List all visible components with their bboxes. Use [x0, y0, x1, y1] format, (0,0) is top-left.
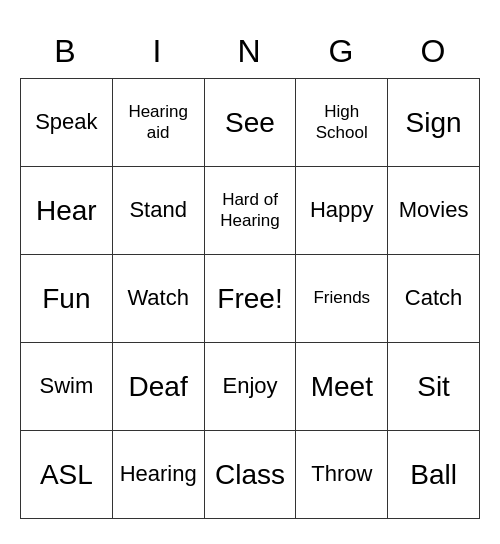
grid-cell: Friends — [296, 255, 388, 343]
grid-cell: High School — [296, 79, 388, 167]
grid-row: ASLHearingClassThrowBall — [21, 431, 480, 519]
cell-label: Hard of Hearing — [220, 190, 280, 229]
bingo-header: BINGO — [20, 25, 480, 78]
header-letter: I — [112, 25, 204, 78]
header-letter: B — [20, 25, 112, 78]
grid-row: SwimDeafEnjoyMeetSit — [21, 343, 480, 431]
grid-row: FunWatchFree!FriendsCatch — [21, 255, 480, 343]
header-letter: G — [296, 25, 388, 78]
grid-cell: Throw — [296, 431, 388, 519]
cell-label: Throw — [311, 461, 372, 486]
cell-label: Hearing aid — [128, 102, 188, 141]
grid-cell: Sign — [388, 79, 480, 167]
header-letter: O — [388, 25, 480, 78]
grid-cell: See — [204, 79, 296, 167]
grid-cell: Deaf — [112, 343, 204, 431]
grid-cell: Enjoy — [204, 343, 296, 431]
cell-label: Happy — [310, 197, 374, 222]
grid-cell: Hearing — [112, 431, 204, 519]
grid-cell: Speak — [21, 79, 113, 167]
grid-cell: Movies — [388, 167, 480, 255]
cell-label: ASL — [40, 459, 93, 490]
grid-cell: Catch — [388, 255, 480, 343]
cell-label: Ball — [410, 459, 457, 490]
cell-label: Enjoy — [222, 373, 277, 398]
cell-label: Stand — [129, 197, 187, 222]
grid-cell: Hear — [21, 167, 113, 255]
grid-cell: Sit — [388, 343, 480, 431]
cell-label: Speak — [35, 109, 97, 134]
header-letter: N — [204, 25, 296, 78]
grid-cell: Class — [204, 431, 296, 519]
cell-label: See — [225, 107, 275, 138]
grid-cell: Fun — [21, 255, 113, 343]
cell-label: Hear — [36, 195, 97, 226]
grid-row: HearStandHard of HearingHappyMovies — [21, 167, 480, 255]
grid-cell: Stand — [112, 167, 204, 255]
grid-cell: Happy — [296, 167, 388, 255]
grid-cell: ASL — [21, 431, 113, 519]
grid-row: SpeakHearing aidSeeHigh SchoolSign — [21, 79, 480, 167]
cell-label: Hearing — [120, 461, 197, 486]
cell-label: Class — [215, 459, 285, 490]
cell-label: Watch — [127, 285, 189, 310]
grid-cell: Hearing aid — [112, 79, 204, 167]
cell-label: Meet — [311, 371, 373, 402]
cell-label: Sign — [406, 107, 462, 138]
grid-cell: Watch — [112, 255, 204, 343]
grid-cell: Ball — [388, 431, 480, 519]
bingo-grid: SpeakHearing aidSeeHigh SchoolSignHearSt… — [20, 78, 480, 519]
cell-label: Deaf — [129, 371, 188, 402]
cell-label: Movies — [399, 197, 469, 222]
grid-cell: Hard of Hearing — [204, 167, 296, 255]
cell-label: Swim — [39, 373, 93, 398]
grid-cell: Meet — [296, 343, 388, 431]
cell-label: Free! — [217, 283, 282, 314]
grid-cell: Free! — [204, 255, 296, 343]
cell-label: Sit — [417, 371, 450, 402]
cell-label: High School — [316, 102, 368, 141]
cell-label: Fun — [42, 283, 90, 314]
cell-label: Catch — [405, 285, 462, 310]
grid-cell: Swim — [21, 343, 113, 431]
cell-label: Friends — [313, 288, 370, 307]
